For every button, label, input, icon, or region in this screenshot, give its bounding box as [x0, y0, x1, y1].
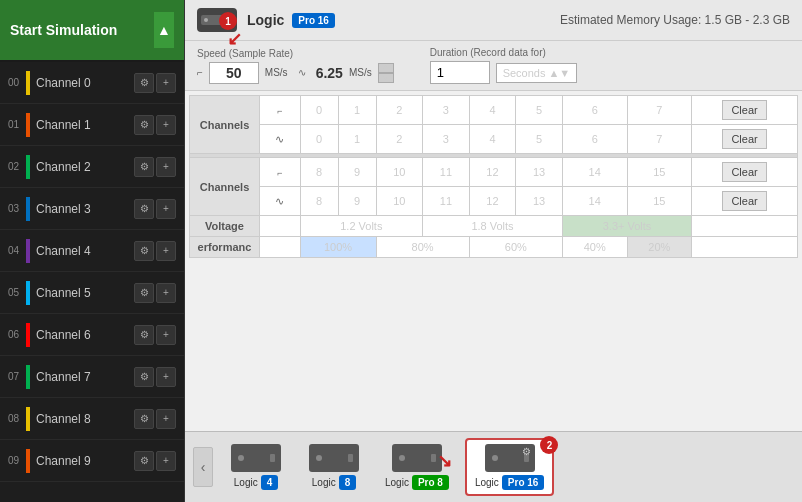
ch-a1-4[interactable]: 4	[469, 125, 516, 154]
start-simulation-button[interactable]: Start Simulation ▲	[0, 0, 184, 62]
ch-a1-6[interactable]: 6	[562, 125, 627, 154]
voltage-3-3[interactable]: 3.3+ Volts	[562, 216, 691, 237]
perf-20[interactable]: 20%	[627, 237, 692, 258]
logicpro8-badge: Pro 8	[412, 475, 449, 490]
start-simulation-label: Start Simulation	[10, 22, 150, 38]
channel-settings-8[interactable]: ⚙	[134, 409, 154, 429]
channel-item-6: 06 Channel 6 ⚙ +	[0, 314, 184, 356]
channel-item-3: 03 Channel 3 ⚙ +	[0, 188, 184, 230]
ch-d2-14[interactable]: 14	[562, 158, 627, 187]
ch-d1-6[interactable]: 6	[562, 96, 627, 125]
ch-a2-8[interactable]: 8	[300, 187, 338, 216]
sample-unit: MS/s	[265, 67, 288, 78]
ch-d1-0[interactable]: 0	[300, 96, 338, 125]
channel-add-6[interactable]: +	[156, 325, 176, 345]
channel-settings-6[interactable]: ⚙	[134, 325, 154, 345]
ch-d1-2[interactable]: 2	[376, 96, 423, 125]
device-header: 1 ↙ Logic Pro 16 Estimated Memory Usage:…	[185, 0, 802, 41]
ch-d2-8[interactable]: 8	[300, 158, 338, 187]
ch-a1-2[interactable]: 2	[376, 125, 423, 154]
channels-label-2: Channels	[190, 158, 260, 216]
svg-rect-10	[431, 454, 436, 462]
perf-100[interactable]: 100%	[300, 237, 376, 258]
speed-control: Speed (Sample Rate) ⌐ 50 MS/s ∿ 6.25 MS/…	[197, 48, 394, 84]
ch-d2-10[interactable]: 10	[376, 158, 423, 187]
ch-d1-3[interactable]: 3	[423, 96, 470, 125]
ch-d1-5[interactable]: 5	[516, 96, 563, 125]
channel-settings-1[interactable]: ⚙	[134, 115, 154, 135]
channel-item-2: 02 Channel 2 ⚙ +	[0, 146, 184, 188]
channel-add-5[interactable]: +	[156, 283, 176, 303]
ch-a2-14[interactable]: 14	[562, 187, 627, 216]
svg-rect-7	[348, 454, 353, 462]
ch-a1-1[interactable]: 1	[338, 125, 376, 154]
channel-settings-9[interactable]: ⚙	[134, 451, 154, 471]
actual-rate: 6.25	[316, 65, 343, 81]
voltage-1-2[interactable]: 1.2 Volts	[300, 216, 423, 237]
clear-analog-2-btn[interactable]: Clear	[722, 191, 766, 211]
ch-a1-3[interactable]: 3	[423, 125, 470, 154]
ch-d1-7[interactable]: 7	[627, 96, 692, 125]
device-card-logic8[interactable]: Logic 8	[299, 440, 369, 494]
clear-digital-1-btn[interactable]: Clear	[722, 100, 766, 120]
channel-settings-0[interactable]: ⚙	[134, 73, 154, 93]
ch-d2-11[interactable]: 11	[423, 158, 470, 187]
channel-add-8[interactable]: +	[156, 409, 176, 429]
device-badge: Pro 16	[292, 13, 335, 28]
device-card-logic4[interactable]: Logic 4	[221, 440, 291, 494]
channel-settings-5[interactable]: ⚙	[134, 283, 154, 303]
ch-a2-11[interactable]: 11	[423, 187, 470, 216]
ch-d1-4[interactable]: 4	[469, 96, 516, 125]
ch-a2-13[interactable]: 13	[516, 187, 563, 216]
duration-unit-select[interactable]: Seconds ▲▼	[496, 63, 578, 83]
clear-analog-1-btn[interactable]: Clear	[722, 129, 766, 149]
channel-add-1[interactable]: +	[156, 115, 176, 135]
ch-d1-1[interactable]: 1	[338, 96, 376, 125]
perf-80[interactable]: 80%	[376, 237, 469, 258]
ch-d2-12[interactable]: 12	[469, 158, 516, 187]
channel-add-4[interactable]: +	[156, 241, 176, 261]
channel-item-4: 04 Channel 4 ⚙ +	[0, 230, 184, 272]
ch-a2-10[interactable]: 10	[376, 187, 423, 216]
channel-add-9[interactable]: +	[156, 451, 176, 471]
ch-a2-12[interactable]: 12	[469, 187, 516, 216]
perf-60[interactable]: 60%	[469, 237, 562, 258]
duration-unit-arrow: ▲▼	[548, 67, 570, 79]
ch-d2-15[interactable]: 15	[627, 158, 692, 187]
channel-settings-3[interactable]: ⚙	[134, 199, 154, 219]
logicpro16-badge: Pro 16	[502, 475, 545, 490]
rate-down[interactable]: ▼	[378, 73, 394, 83]
device-card-logicpro16[interactable]: 2 ↘ ⚙ Logic Pro 16	[465, 438, 554, 496]
ch-a1-7[interactable]: 7	[627, 125, 692, 154]
perf-40[interactable]: 40%	[562, 237, 627, 258]
ch-d2-13[interactable]: 13	[516, 158, 563, 187]
rate-up[interactable]: ▲	[378, 63, 394, 73]
ch-d-icon-2	[260, 158, 301, 187]
channel-settings-7[interactable]: ⚙	[134, 367, 154, 387]
ch-d-icon-1	[260, 96, 301, 125]
ch-a2-9[interactable]: 9	[338, 187, 376, 216]
channel-add-7[interactable]: +	[156, 367, 176, 387]
clear-digital-2-btn[interactable]: Clear	[722, 162, 766, 182]
logic8-name: Logic	[312, 477, 336, 488]
sample-rate-display[interactable]: 50	[209, 62, 259, 84]
channels-grid: Channels 0 1 2 3 4 5 6 7 Clear 0 1	[185, 91, 802, 431]
table-row-analog-1: 0 1 2 3 4 5 6 7 Clear	[190, 125, 798, 154]
ch-d2-9[interactable]: 9	[338, 158, 376, 187]
channel-color-7	[26, 365, 30, 389]
ch-a1-0[interactable]: 0	[300, 125, 338, 154]
channel-settings-4[interactable]: ⚙	[134, 241, 154, 261]
svg-rect-4	[270, 454, 275, 462]
channel-add-3[interactable]: +	[156, 199, 176, 219]
voltage-1-8[interactable]: 1.8 Volts	[423, 216, 563, 237]
rate-stepper[interactable]: ▲ ▼	[378, 63, 394, 83]
svg-point-5	[238, 455, 244, 461]
prev-device-btn[interactable]: ‹	[193, 447, 213, 487]
channel-add-0[interactable]: +	[156, 73, 176, 93]
ch-a1-5[interactable]: 5	[516, 125, 563, 154]
channel-add-2[interactable]: +	[156, 157, 176, 177]
duration-input[interactable]	[430, 61, 490, 84]
channel-item-5: 05 Channel 5 ⚙ +	[0, 272, 184, 314]
ch-a2-15[interactable]: 15	[627, 187, 692, 216]
channel-settings-2[interactable]: ⚙	[134, 157, 154, 177]
